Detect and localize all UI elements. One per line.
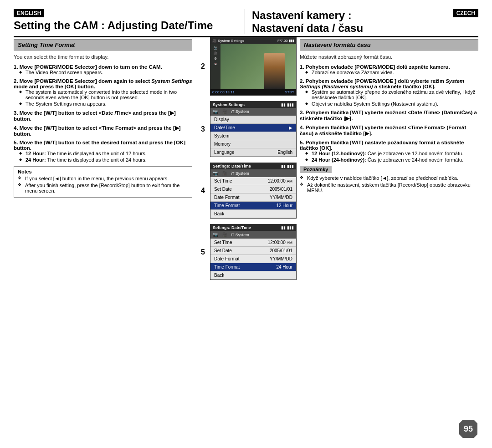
right-intro: Můžete nastavit zobrazený formát času. bbox=[300, 54, 478, 60]
menu3-memory: Memory bbox=[210, 140, 296, 148]
cz-step-4: 4. Pohybem tlačítka [W/T] vyberte možnos… bbox=[300, 125, 478, 137]
cz-step-3: 3. Pohybem tlačítka [W/T] vyberte možnos… bbox=[300, 110, 478, 122]
cz-step5-bullet2: 24 Hour (24-hodinový): Čas je zobrazen v… bbox=[305, 157, 478, 163]
screen-3-label: 3 bbox=[201, 125, 205, 133]
step5-bullet2: 24 Hour: The time is displayed as the un… bbox=[19, 157, 192, 163]
notes-box: Notes If you select [◄] button in the me… bbox=[14, 166, 192, 198]
cz-step-5: 5. Pohybem tlačítka [W/T] nastavte požad… bbox=[300, 140, 478, 163]
center-column: 2 🎥 System Settings F/7.00 ▮▮▮ 📷 🎥 ⚙ 📼 bbox=[197, 37, 295, 285]
title-czech: Nastavení kamery : Nastavení data / času bbox=[252, 9, 363, 34]
dt4-setdate: Set Date2005/01/01 bbox=[210, 185, 296, 193]
title-english: Setting the CAM : Adjusting Date/Time bbox=[14, 19, 240, 32]
step-3: 3. Move the [W/T] button to select <Date… bbox=[14, 110, 192, 122]
header-right: Nastavení kamery : Nastavení data / času… bbox=[245, 9, 478, 34]
dt4-datefmt: Date FormatYY/MM/DD bbox=[210, 193, 296, 202]
cam-status: STBY bbox=[285, 90, 294, 94]
screen-2-label: 2 bbox=[201, 62, 205, 71]
left-intro: You can select the time format to displa… bbox=[14, 54, 192, 60]
cz-step2-bullet2: Objeví se nabídka System Settings (Nasta… bbox=[305, 101, 478, 107]
step2-bullet1: The system is automatically converted in… bbox=[19, 89, 192, 100]
dt5-icons: ▮▮ ▮▮▮ bbox=[281, 225, 294, 230]
screen-5-container: 5 Settings: Date/Time ▮▮ ▮▮▮ 📷 🎥 iT Syst… bbox=[201, 224, 291, 280]
header-left: ENGLISH Setting the CAM : Adjusting Date… bbox=[14, 9, 245, 34]
english-badge: ENGLISH bbox=[14, 9, 44, 17]
page-number: 95 bbox=[459, 420, 477, 438]
screen-2: 🎥 System Settings F/7.00 ▮▮▮ 📷 🎥 ⚙ 📼 bbox=[210, 37, 297, 96]
step5-bullet1: 12 Hour: The time is displayed as the un… bbox=[19, 151, 192, 156]
menu3-top: System Settings ▮▮ ▮▮▮ bbox=[210, 102, 296, 108]
dt4-timefmt: Time Format12 Hour bbox=[210, 202, 296, 210]
screen-5: Settings: Date/Time ▮▮ ▮▮▮ 📷 🎥 iT System… bbox=[210, 224, 297, 280]
dt4-icons: ▮▮ ▮▮▮ bbox=[281, 164, 294, 168]
left-section-header: Setting Time Format bbox=[14, 39, 192, 51]
note-2: After you finish setting, press the [Rec… bbox=[18, 183, 188, 193]
czech-badge: CZECH bbox=[453, 9, 478, 17]
menu3-icons: ▮▮ ▮▮▮ bbox=[281, 102, 294, 107]
dt4-settime: Set Time12:00:00 AM bbox=[210, 177, 296, 185]
menu3-language: LanguageEnglish bbox=[210, 148, 296, 157]
screen-4-label: 4 bbox=[201, 187, 205, 195]
screen-2-container: 2 🎥 System Settings F/7.00 ▮▮▮ 📷 🎥 ⚙ 📼 bbox=[201, 37, 291, 96]
dt4-tabs: 📷 🎥 iT System bbox=[210, 169, 296, 177]
cam-time: 0:00:00:13:11 bbox=[212, 90, 235, 94]
note-1: If you select [◄] button in the menu, th… bbox=[18, 176, 188, 181]
screen-5-label: 5 bbox=[201, 248, 205, 256]
cz-step1-bullet1: Zobrazí se obrazovka Záznam videa. bbox=[305, 70, 478, 75]
dt5-setdate: Set Date2005/01/01 bbox=[210, 247, 296, 255]
cz-step2-bullet1: Systém se automaticky přepne do zvolenéh… bbox=[305, 89, 478, 100]
menu3-tabs: 📷 🎥 iT System bbox=[210, 108, 296, 116]
dt5-top: Settings: Date/Time ▮▮ ▮▮▮ bbox=[210, 224, 296, 231]
content-area: Setting Time Format You can select the t… bbox=[14, 37, 478, 285]
dt5-datefmt: Date FormatYY/MM/DD bbox=[210, 255, 296, 263]
page-header: ENGLISH Setting the CAM : Adjusting Date… bbox=[14, 9, 478, 37]
dt5-back: Back bbox=[210, 271, 296, 280]
dt5-tabs: 📷 🎥 iT System bbox=[210, 231, 296, 239]
screen-4: Settings: Date/Time ▮▮ ▮▮▮ 📷 🎥 iT System… bbox=[210, 163, 297, 219]
dt4-back: Back bbox=[210, 210, 296, 218]
screen-3-container: 3 System Settings ▮▮ ▮▮▮ 📷 🎥 iT System D… bbox=[201, 101, 291, 157]
cz-step5-bullet1: 12 Hour (12-hodinový): Čas je zobrazen v… bbox=[305, 151, 478, 156]
cam-side-panel: 📷 🎥 ⚙ 📼 bbox=[210, 44, 220, 89]
cz-note-2: Až dokončíte nastavení, stiskem tlačítka… bbox=[300, 182, 478, 193]
cz-note-1: Když vyberete v nabídce tlačítko [◄], zo… bbox=[300, 175, 478, 181]
right-section-header: Nastavení formátu času bbox=[300, 39, 478, 51]
right-column: Nastavení formátu času Můžete nastavit z… bbox=[295, 37, 478, 285]
cam-bar-icons: 🎥 System Settings bbox=[212, 39, 244, 43]
step-5: 5. Move the [W/T] button to set the desi… bbox=[14, 140, 192, 163]
step-1: 1. Move [POWER/MODE Selector] down to tu… bbox=[14, 64, 192, 75]
cz-step-2: 2. Pohybem ovladače [POWER/MODE ] dolů v… bbox=[300, 78, 478, 107]
poznamky-label: Poznámky bbox=[300, 166, 332, 173]
dt5-settime: Set Time12:00:00 AM bbox=[210, 239, 296, 247]
screen-3: System Settings ▮▮ ▮▮▮ 📷 🎥 iT System Dis… bbox=[210, 101, 297, 157]
notes-label: Notes bbox=[18, 169, 188, 174]
cam-bar-info: F/7.00 ▮▮▮ bbox=[277, 39, 294, 43]
step1-bullet1: The Video Record screen appears. bbox=[19, 70, 192, 75]
poznamky-section: Poznámky Když vyberete v nabídce tlačítk… bbox=[300, 166, 478, 193]
screen-4-container: 4 Settings: Date/Time ▮▮ ▮▮▮ 📷 🎥 iT Syst… bbox=[201, 163, 291, 219]
step-4: 4. Move the [W/T] button to select <Time… bbox=[14, 125, 192, 137]
step2-bullet2: The System Settings menu appears. bbox=[19, 101, 192, 107]
menu3-display: Display bbox=[210, 116, 296, 124]
dt5-timefmt: Time Format24 Hour bbox=[210, 263, 296, 271]
step-2: 2. Move [POWER/MODE Selector] down again… bbox=[14, 78, 192, 107]
cz-step-1: 1. Pohybem ovladače [POWER/MODE] dolů za… bbox=[300, 64, 478, 75]
menu3-system: System bbox=[210, 132, 296, 140]
dt4-top: Settings: Date/Time ▮▮ ▮▮▮ bbox=[210, 163, 296, 169]
menu3-datetime: Date/Time▶ bbox=[210, 124, 296, 132]
left-column: Setting Time Format You can select the t… bbox=[14, 37, 197, 285]
